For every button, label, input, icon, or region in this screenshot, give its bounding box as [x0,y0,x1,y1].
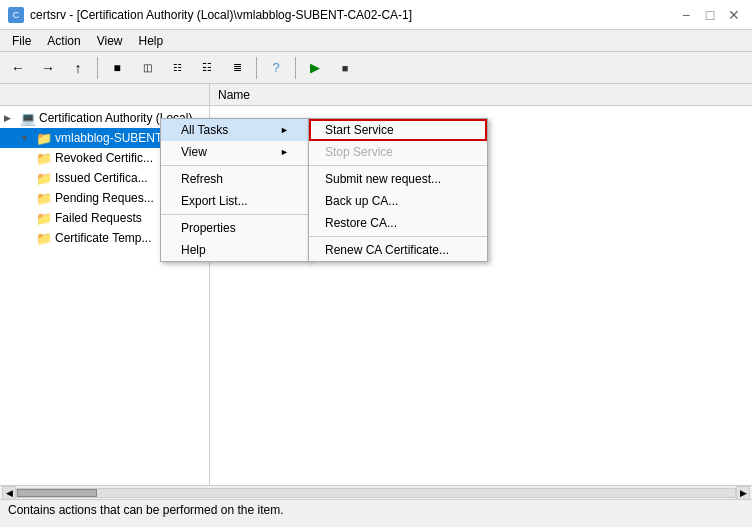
window-title: certsrv - [Certification Authority (Loca… [30,8,412,22]
menu-bar: File Action View Help [0,30,752,52]
toolbar-separator-2 [256,57,257,79]
root-expand-arrow: ▶ [4,113,20,123]
renew-ca-cert-label: Renew CA Certificate... [325,243,449,257]
context-menu-sep-2 [161,214,309,215]
column-header-name [0,84,209,106]
context-menu-all-tasks[interactable]: All Tasks ► [161,119,309,141]
submenu-restore-ca[interactable]: Restore CA... [309,212,487,234]
title-bar-left: C certsrv - [Certification Authority (Lo… [8,7,412,23]
selected-expand-arrow: ▼ [20,133,36,143]
all-tasks-arrow: ► [280,125,289,135]
scroll-right-arrow[interactable]: ▶ [736,486,750,500]
stop-service-label: Stop Service [325,145,393,159]
menu-action[interactable]: Action [39,32,88,50]
properties-label: Properties [181,221,236,235]
back-button[interactable]: ← [4,55,32,81]
tree-label-pending: Pending Reques... [55,191,154,205]
restore-ca-label: Restore CA... [325,216,397,230]
help-button[interactable]: ? [262,55,290,81]
title-bar: C certsrv - [Certification Authority (Lo… [0,0,752,30]
view-label: View [181,145,207,159]
backup-ca-label: Back up CA... [325,194,398,208]
status-bar: Contains actions that can be performed o… [0,499,752,519]
folder-icon-failed: 📁 [36,210,52,226]
details-button[interactable]: ≣ [223,55,251,81]
ca-icon: 📁 [36,130,52,146]
refresh-label: Refresh [181,172,223,186]
tree-label-revoked: Revoked Certific... [55,151,153,165]
forward-button[interactable]: → [34,55,62,81]
tree-label-failed: Failed Requests [55,211,142,225]
tree-label-templates: Certificate Temp... [55,231,151,245]
computer-icon: 💻 [20,110,36,126]
toolbar-separator-1 [97,57,98,79]
menu-view[interactable]: View [89,32,131,50]
small-icons-button[interactable]: ☷ [163,55,191,81]
scroll-thumb[interactable] [17,489,97,497]
horizontal-scrollbar: ◀ ▶ [0,485,752,499]
minimize-button[interactable]: − [676,5,696,25]
folder-icon-templates: 📁 [36,230,52,246]
folder-icon-revoked: 📁 [36,150,52,166]
status-text: Contains actions that can be performed o… [8,503,284,517]
context-menu-properties[interactable]: Properties [161,217,309,239]
show-hide-console-tree-button[interactable]: ■ [103,55,131,81]
right-column-header-label: Name [218,88,250,102]
scroll-left-arrow[interactable]: ◀ [2,486,16,500]
list-button[interactable]: ☷ [193,55,221,81]
right-column-header: Name [210,84,752,106]
submenu-sep-1 [309,165,487,166]
close-button[interactable]: ✕ [724,5,744,25]
submenu-stop-service: Stop Service [309,141,487,163]
submenu: Start Service Stop Service Submit new re… [308,118,488,262]
menu-file[interactable]: File [4,32,39,50]
stop-button[interactable]: ■ [331,55,359,81]
title-bar-controls: − □ ✕ [676,5,744,25]
folder-icon-pending: 📁 [36,190,52,206]
run-button[interactable]: ▶ [301,55,329,81]
scroll-track[interactable] [16,488,736,498]
start-service-label: Start Service [325,123,394,137]
maximize-button[interactable]: □ [700,5,720,25]
context-menu: All Tasks ► View ► Refresh Export List..… [160,118,310,262]
export-label: Export List... [181,194,248,208]
submenu-sep-2 [309,236,487,237]
all-tasks-label: All Tasks [181,123,228,137]
folder-icon-issued: 📁 [36,170,52,186]
large-icons-button[interactable]: ◫ [133,55,161,81]
tree-label-issued: Issued Certifica... [55,171,148,185]
context-menu-sep-1 [161,165,309,166]
context-menu-help[interactable]: Help [161,239,309,261]
toolbar-separator-3 [295,57,296,79]
submenu-start-service[interactable]: Start Service [309,119,487,141]
app-icon: C [8,7,24,23]
context-menu-refresh[interactable]: Refresh [161,168,309,190]
submenu-renew-ca-cert[interactable]: Renew CA Certificate... [309,239,487,261]
context-menu-export[interactable]: Export List... [161,190,309,212]
help-label: Help [181,243,206,257]
menu-help[interactable]: Help [131,32,172,50]
toolbar: ← → ↑ ■ ◫ ☷ ☷ ≣ ? ▶ ■ [0,52,752,84]
submenu-backup-ca[interactable]: Back up CA... [309,190,487,212]
up-button[interactable]: ↑ [64,55,92,81]
context-menu-view[interactable]: View ► [161,141,309,163]
submenu-submit-request[interactable]: Submit new request... [309,168,487,190]
view-arrow: ► [280,147,289,157]
submit-request-label: Submit new request... [325,172,441,186]
